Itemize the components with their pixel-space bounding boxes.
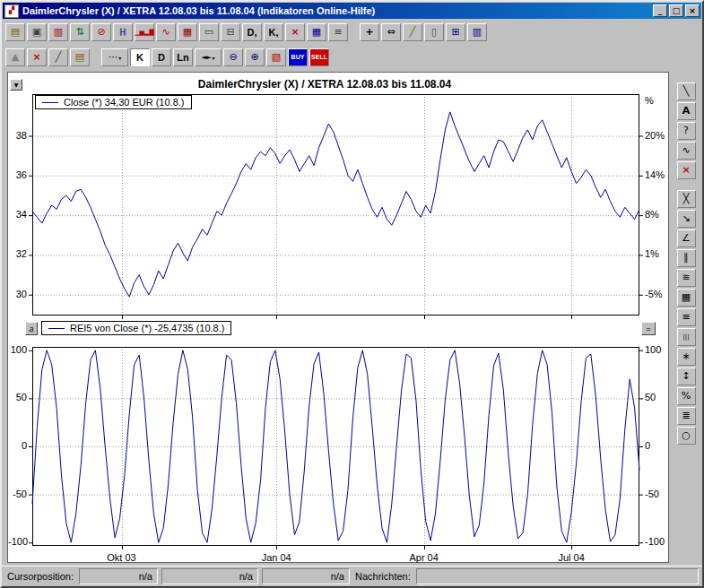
split-view-button[interactable]: ⊞ [446,23,465,41]
indicator-axis-label: 100 [8,344,27,356]
zoom-range-button[interactable]: ▧ [266,48,286,66]
price-axis-label: 38 [8,130,27,142]
kurs-toggle-button[interactable]: K [130,48,150,66]
grid-icon: ▦ [682,292,691,303]
fan-lines-icon: ≋ [682,272,690,283]
channel-tool[interactable]: ∥ [677,249,696,267]
indicator-scale-button[interactable]: = [641,322,656,335]
buy-button-label: BUY [291,52,305,63]
note-tool[interactable]: ? [677,122,696,140]
crossed-lines-tool[interactable]: ╳ [677,190,696,208]
delete-drawing-tool[interactable]: × [677,161,696,179]
arrow-tool[interactable]: ↘ [677,210,696,228]
star-tool[interactable]: ∗ [677,348,696,366]
edit-button[interactable]: ╱ [48,48,68,66]
split-view-icon: ⊞ [451,27,459,38]
price-axis-label: 32 [8,248,27,260]
price-chart[interactable] [32,94,639,316]
indicator-chart[interactable] [32,347,639,546]
cursor-position-label: Cursorposition: [5,571,75,582]
table-icon: ▦ [183,27,192,38]
grid-button[interactable]: ▦ [307,23,326,41]
percent-circle-icon: ⊘ [97,27,105,38]
copy-chart-button[interactable]: ▣ [27,23,47,41]
daily-chart-button[interactable]: D, [242,23,262,41]
cut-button[interactable]: × [27,48,47,66]
crosshair-button[interactable]: + [360,23,379,41]
indicator-auto-button[interactable]: a [25,322,38,335]
histogram-button[interactable]: ▁▅▂▇ [135,23,154,41]
left-right-arrows-icon: ◄► [202,52,212,63]
log-scale-button[interactable]: Ln [173,48,193,66]
percent-axis-label: 20% [645,130,672,142]
indicator-legend[interactable]: REI5 von Close (*) -25,4735 (10.8.) [41,321,231,335]
close-button[interactable]: × [685,4,700,17]
quote-table-button[interactable]: ▦ [178,23,197,41]
title-bar[interactable]: ▞ DaimlerChrysler (X) / XETRA 12.08.03 b… [3,3,701,19]
red-x-icon: × [32,52,40,63]
open-chart-button[interactable]: ▤ [5,23,25,41]
page-setup-button[interactable]: ▯ [424,23,444,41]
percent-button[interactable]: ⊘ [91,23,111,41]
main-toolbar: ▤▣▥⇅⊘╟╢▁▅▂▇∿▦▭⊟D,K,×▦≡+⇔╱▯⊞▥ [2,19,702,45]
maximize-button[interactable]: □ [669,4,683,17]
copy-icon: ▣ [32,27,41,38]
circle-icon: ○ [682,430,691,441]
line-chart-icon: ∿ [161,27,169,38]
depot-toggle-button[interactable]: D [152,48,171,66]
histogram-icon: ▁▅▂▇ [135,27,154,38]
angle-icon: ∠ [682,233,691,244]
grid-icon: ▦ [312,27,321,38]
line-chart-button[interactable]: ∿ [156,23,176,41]
scroll-button[interactable]: ◄►▾ [195,48,222,66]
updown-tool[interactable]: ↕ [677,368,696,385]
line-style-button[interactable]: ···▾ [101,48,128,66]
remove-indicator-button[interactable]: × [285,23,305,41]
window-title: DaimlerChrysler (X) / XETRA 12.08.03 bis… [22,5,649,16]
indicator-axis-label: -50 [8,489,27,500]
zoom-out-button[interactable]: ⊖ [223,48,243,66]
quote-board-button[interactable]: ▥ [48,23,68,41]
kurs-toggle-button-label: K [136,52,143,63]
percent-tool[interactable]: % [677,387,696,405]
sell-button[interactable]: SELL [309,48,329,66]
vlines-tool[interactable]: ||| [677,328,696,346]
hlines-tool[interactable]: ≡ [677,308,696,326]
text-tool[interactable]: A [677,102,696,120]
print-button[interactable]: ⊟ [221,23,240,41]
clipboard-button[interactable]: ▤ [70,48,90,66]
wave-tool[interactable]: ∿ [677,142,696,160]
indicator-axis-label: -50 [645,489,672,500]
minimize-button[interactable]: _ [653,4,667,17]
candlestick-button[interactable]: ╟╢ [113,23,133,41]
red-x-icon: × [291,27,299,38]
letter-k-icon: K, [269,27,279,38]
portfolio-button[interactable]: ⇅ [70,23,90,41]
area-chart-button[interactable]: ▲ [5,48,25,66]
weekly-chart-button[interactable]: K, [264,23,283,41]
letter-d-icon: D, [248,27,257,38]
move-button[interactable]: ⇔ [381,23,401,41]
trendline-tool[interactable]: ╲ [677,82,696,100]
angle-tool[interactable]: ∠ [677,229,696,247]
pen-icon: ╱ [410,27,416,38]
window-controls: _ □ × [653,4,700,17]
crossed-lines-icon: ╳ [683,194,690,204]
zoom-in-button[interactable]: ⊕ [245,48,265,66]
diagonal-line-icon: ╲ [683,86,690,97]
grid-tool[interactable]: ▦ [677,289,696,307]
status-bar: Cursorposition: n/a n/a n/a Nachrichten: [2,566,702,586]
zoom-out-icon: ⊖ [229,52,237,63]
save-button[interactable]: ▭ [199,23,219,41]
price-legend[interactable]: Close (*) 34,30 EUR (10.8.) [35,95,192,109]
move-arrows-icon: ⇔ [387,27,395,38]
fan-tool[interactable]: ≋ [677,269,696,287]
notes-button[interactable]: ≡ [328,23,348,41]
draw-button[interactable]: ╱ [403,23,422,41]
pane-collapse-button[interactable]: ▼ [10,79,22,91]
ellipse-tool[interactable]: ○ [677,427,696,445]
fibonacci-tool[interactable]: ≣ [677,407,696,425]
multi-pane-button[interactable]: ▥ [467,23,487,41]
buy-button[interactable]: BUY [288,48,308,66]
vertical-lines-icon: ||| [682,332,689,342]
